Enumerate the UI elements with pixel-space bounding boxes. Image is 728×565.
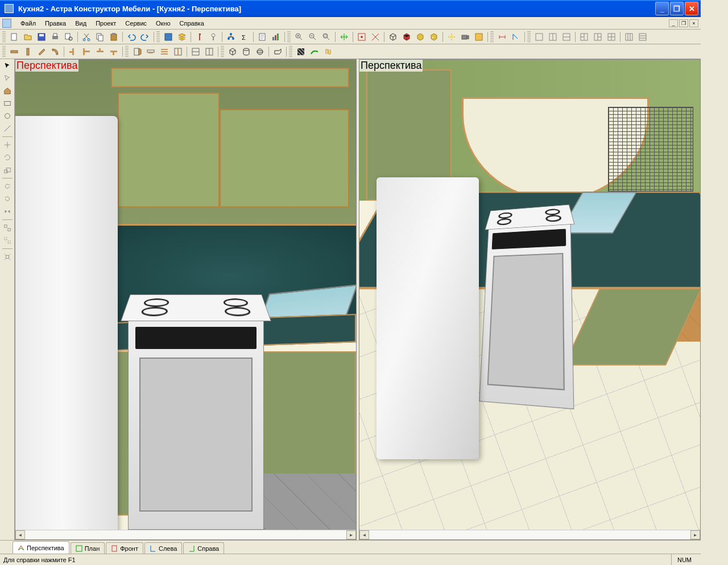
toolbar-grip-icon[interactable] — [2, 31, 6, 43]
layout3-button[interactable] — [560, 31, 573, 43]
extrude-button[interactable] — [271, 45, 284, 58]
mdi-close-button[interactable]: × — [689, 19, 698, 27]
rotate-cw-button[interactable] — [1, 181, 14, 192]
explode-button[interactable] — [1, 251, 14, 263]
texture2-button[interactable] — [308, 45, 321, 58]
scroll-right-icon[interactable]: ► — [346, 530, 356, 539]
rotate-button[interactable] — [1, 152, 14, 163]
close-button[interactable]: ✕ — [685, 2, 698, 15]
undo-button[interactable] — [125, 31, 138, 43]
ungroup-button[interactable] — [1, 235, 14, 246]
mdi-minimize-button[interactable]: _ — [669, 19, 678, 27]
light-button[interactable] — [445, 31, 458, 43]
viewport-left-hscroll[interactable]: ◄ ► — [15, 530, 356, 539]
angle-button[interactable] — [510, 31, 522, 43]
joint1-button[interactable] — [67, 45, 79, 58]
room-button[interactable] — [1, 85, 14, 97]
panel-curve-button[interactable] — [49, 45, 61, 58]
material-button[interactable] — [162, 31, 175, 43]
maximize-button[interactable]: ❐ — [670, 2, 684, 15]
toolbar-grip-icon[interactable] — [125, 46, 129, 57]
new-button[interactable] — [8, 31, 20, 43]
viewport-left[interactable]: Перспектива — [15, 59, 357, 540]
zoom-out-button[interactable] — [307, 31, 319, 43]
sum-button[interactable]: Σ — [238, 31, 251, 43]
viewport-right-hscroll[interactable]: ◄ ► — [359, 530, 700, 539]
edit-button[interactable] — [1, 73, 14, 84]
rect-button[interactable] — [1, 98, 14, 109]
menu-view[interactable]: Вид — [71, 19, 91, 28]
joint2-button[interactable] — [80, 45, 93, 58]
cylinder-button[interactable] — [240, 45, 253, 58]
dim-button[interactable] — [496, 31, 508, 43]
layout2-button[interactable] — [547, 31, 559, 43]
redo-button[interactable] — [139, 31, 151, 43]
viewport-right[interactable]: Перспектива — [359, 59, 701, 540]
cube-wireframe-button[interactable] — [226, 45, 239, 58]
textured-button[interactable] — [414, 31, 427, 43]
zoom-in-button[interactable] — [293, 31, 305, 43]
toolbar-grip-icon[interactable] — [156, 31, 160, 43]
menu-project[interactable]: Проект — [91, 19, 121, 28]
circle-button[interactable] — [1, 110, 14, 122]
toolbar-grip-icon[interactable] — [2, 46, 6, 57]
layout8-button[interactable] — [636, 31, 649, 43]
layout1-button[interactable] — [533, 31, 545, 43]
scroll-left-icon[interactable]: ◄ — [15, 530, 25, 539]
panel-h-button[interactable] — [8, 45, 20, 58]
layers-button[interactable] — [176, 31, 188, 43]
tab-plan[interactable]: План — [71, 542, 105, 554]
select-button[interactable] — [1, 60, 14, 72]
rotate-ccw-button[interactable] — [1, 193, 14, 205]
chart-button[interactable] — [270, 31, 282, 43]
pan-button[interactable] — [338, 31, 350, 43]
tab-perspective[interactable]: Перспектива — [13, 541, 69, 554]
toolbar-grip-icon[interactable] — [289, 46, 292, 57]
scroll-left-icon[interactable]: ◄ — [359, 530, 369, 539]
save-button[interactable] — [35, 31, 48, 43]
joint4-button[interactable] — [107, 45, 120, 58]
snap-center-button[interactable] — [355, 31, 368, 43]
toolbar-grip-icon[interactable] — [221, 46, 224, 57]
line-button[interactable] — [1, 123, 14, 134]
toolbar-grip-icon[interactable] — [490, 31, 494, 43]
render-button[interactable] — [473, 31, 485, 43]
camera-button[interactable] — [459, 31, 471, 43]
hierarchy-button[interactable] — [225, 31, 237, 43]
drill-button[interactable] — [193, 31, 206, 43]
joint3-button[interactable] — [94, 45, 106, 58]
wireframe-button[interactable] — [387, 31, 399, 43]
cut-button[interactable] — [80, 31, 93, 43]
copy-button[interactable] — [94, 31, 106, 43]
toolbar-grip-icon[interactable] — [287, 31, 291, 43]
print-preview-button[interactable] — [63, 31, 75, 43]
menu-help[interactable]: Справка — [175, 19, 209, 28]
snap-cross-button[interactable] — [369, 31, 382, 43]
zoom-fit-button[interactable] — [320, 31, 333, 43]
panel-angle-button[interactable] — [35, 45, 48, 58]
drawer-button[interactable] — [144, 45, 157, 58]
scroll-right-icon[interactable]: ► — [690, 530, 700, 539]
layout5-button[interactable] — [592, 31, 604, 43]
open-button[interactable] — [22, 31, 34, 43]
layout6-button[interactable] — [605, 31, 618, 43]
fastener-button[interactable] — [207, 31, 220, 43]
panel-v-button[interactable] — [22, 45, 34, 58]
print-button[interactable] — [49, 31, 61, 43]
mdi-restore-button[interactable]: ❐ — [679, 19, 688, 27]
viewport-right-canvas[interactable] — [359, 60, 700, 530]
shelf-button[interactable] — [158, 45, 171, 58]
texture1-button[interactable] — [295, 45, 307, 58]
divider-button[interactable] — [172, 45, 184, 58]
realistic-button[interactable] — [428, 31, 440, 43]
layout4-button[interactable] — [578, 31, 590, 43]
viewport-left-canvas[interactable] — [15, 60, 356, 530]
menu-edit[interactable]: Правка — [40, 19, 71, 28]
tab-left[interactable]: Слева — [144, 542, 182, 554]
module1-button[interactable] — [189, 45, 202, 58]
layout7-button[interactable] — [623, 31, 635, 43]
group-button[interactable] — [1, 222, 14, 234]
move-button[interactable] — [1, 139, 14, 151]
toolbar-grip-icon[interactable] — [527, 31, 531, 43]
menu-service[interactable]: Сервис — [121, 19, 151, 28]
